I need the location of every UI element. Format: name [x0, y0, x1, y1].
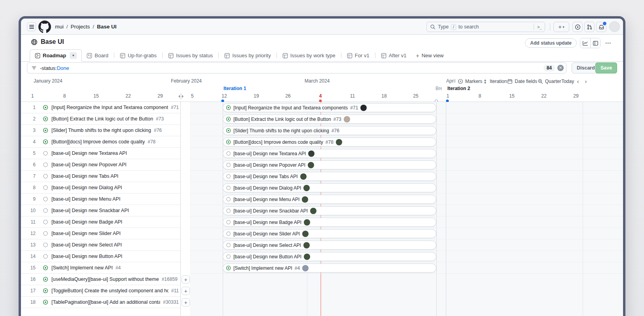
- scroll-to-item-button[interactable]: +: [182, 287, 190, 295]
- global-search-input[interactable]: Type / to search >_: [426, 22, 545, 32]
- timeline-bar[interactable]: [base-ui] Design new Select API: [223, 241, 436, 250]
- hamburger-menu-button[interactable]: [27, 22, 36, 31]
- table-row[interactable]: 15[Switch] Implement new API#4: [21, 262, 180, 274]
- control-markers[interactable]: Markers: [458, 79, 482, 84]
- table-row[interactable]: 18[TablePagination][base-ui] Add an addi…: [21, 297, 180, 308]
- scroll-to-item-button[interactable]: +: [182, 275, 190, 284]
- add-status-update-button[interactable]: Add status update: [525, 38, 577, 48]
- timeline-bar[interactable]: [base-ui] Design new Snackbar API: [223, 206, 436, 215]
- iteration-label: Break: [436, 86, 442, 91]
- tab-issues-by-status[interactable]: Issues by status: [163, 50, 218, 61]
- table-row[interactable]: 10[base-ui] Design new Snackbar API: [21, 205, 180, 216]
- table-row[interactable]: 14[base-ui] Design new Button API: [21, 251, 180, 262]
- timeline-bar[interactable]: [base-ui] Design new Tabs API: [223, 172, 436, 181]
- timeline-bar[interactable]: [base-ui] Design new Badge API: [223, 218, 436, 227]
- tab-up-for-grabs[interactable]: Up-for-grabs: [115, 50, 161, 61]
- tab-label: Issues by work type: [290, 53, 335, 58]
- draft-issue-icon: [43, 196, 48, 202]
- table-row[interactable]: 4[Button][docs] Improve demos code quali…: [21, 136, 180, 148]
- table-row[interactable]: 16[useMediaQuery][base-ui] Support witho…: [21, 274, 180, 285]
- search-placeholder: to search: [458, 24, 479, 30]
- project-menu-button[interactable]: ⋯: [604, 38, 612, 48]
- row-title: [base-ui] Design new Textarea API: [51, 150, 127, 156]
- issues-button[interactable]: [572, 22, 583, 32]
- table-row[interactable]: 8[base-ui] Design new Dialog API: [21, 182, 180, 194]
- timeline-bar[interactable]: [base-ui] Design new Button API: [223, 252, 436, 261]
- today-button[interactable]: Today: [561, 79, 574, 84]
- filter-input[interactable]: -status:Done 84 ✕: [27, 62, 566, 73]
- week-label: 22: [125, 93, 131, 99]
- user-avatar[interactable]: [609, 21, 620, 32]
- create-new-button[interactable]: +▾: [553, 22, 569, 32]
- breadcrumb-org[interactable]: mui: [55, 24, 64, 30]
- search-placeholder: Type: [438, 24, 449, 30]
- control-iteration[interactable]: Iteration: [483, 79, 507, 84]
- table-row[interactable]: 13[base-ui] Design new Select API: [21, 239, 180, 251]
- clear-filter-button[interactable]: ✕: [557, 65, 564, 71]
- table-row[interactable]: 3[Slider] Thumb shifts to the right upon…: [21, 125, 180, 136]
- github-logo-icon[interactable]: [38, 21, 51, 33]
- avatar: [302, 231, 309, 237]
- breadcrumb-separator: /: [66, 24, 68, 30]
- header-divider: [550, 23, 550, 30]
- timeline-bar[interactable]: [base-ui] Design new Menu API: [223, 195, 436, 204]
- timeline-bar[interactable]: [Switch] Implement new API#4: [223, 263, 436, 273]
- timeline-bar[interactable]: [base-ui] Design new Popover API: [223, 160, 436, 169]
- calendar-icon: [507, 79, 513, 84]
- scroll-to-item-button[interactable]: +: [182, 298, 190, 307]
- marker-icon: [458, 79, 463, 84]
- save-button[interactable]: Save: [595, 62, 617, 73]
- table-row[interactable]: 1[Input] Reorganize the Input and Textar…: [21, 102, 180, 113]
- table-row[interactable]: 9[base-ui] Design new Menu API: [21, 194, 180, 205]
- bar-title: [base-ui] Design new Textarea API: [233, 151, 306, 156]
- side-panel-button[interactable]: [590, 38, 600, 48]
- inbox-button[interactable]: [596, 22, 606, 32]
- breadcrumb-project[interactable]: Base UI: [97, 24, 117, 30]
- tab-issues-by-priority[interactable]: Issues by priority: [220, 50, 276, 61]
- insights-button[interactable]: [580, 38, 590, 48]
- timeline-bar[interactable]: [base-ui] Design new Dialog API: [223, 183, 436, 192]
- pull-requests-button[interactable]: [584, 22, 595, 32]
- table-row[interactable]: 17[ToggleButton] Create the unstyled com…: [21, 285, 180, 297]
- timeline-bar[interactable]: [base-ui] Design new Textarea API: [223, 149, 436, 158]
- timeline-bar[interactable]: [Slider] Thumb shifts to the right upon …: [223, 126, 436, 135]
- bar-title: [Input] Reorganize the Input and Textare…: [233, 105, 348, 111]
- breadcrumb-separator: /: [93, 24, 94, 30]
- week-label: 22: [541, 93, 546, 99]
- tab-issues-by-work-type[interactable]: Issues by work type: [278, 50, 340, 61]
- table-row[interactable]: 11[base-ui] Design new Badge API: [21, 216, 180, 228]
- zoom-in-icon: [538, 79, 543, 84]
- control-quarter[interactable]: Quarter: [538, 79, 561, 84]
- command-palette-icon[interactable]: >_: [537, 24, 542, 29]
- draft-issue-icon: [226, 185, 231, 190]
- tab-roadmap[interactable]: Roadmap▾: [30, 49, 82, 62]
- tab-label: Issues by status: [176, 53, 213, 58]
- week-label-today: 4: [319, 93, 322, 99]
- table-row[interactable]: 7[base-ui] Design new Tabs API: [21, 171, 180, 182]
- week-label: 1: [31, 93, 34, 99]
- chevron-down-icon[interactable]: ▾: [70, 52, 77, 59]
- roadmap-icon: [35, 53, 40, 58]
- breadcrumb-projects[interactable]: Projects: [71, 24, 90, 30]
- table-row[interactable]: 12[base-ui] Design new Slider API: [21, 228, 180, 239]
- table-row[interactable]: 6[base-ui] Design new Popover API: [21, 159, 180, 171]
- next-page-button[interactable]: ›: [582, 78, 589, 85]
- timeline-bar[interactable]: [Button][docs] Improve demos code qualit…: [223, 137, 436, 147]
- control-date-fields[interactable]: Date fields: [507, 79, 537, 84]
- timeline-row: [base-ui] Design new Snackbar API: [190, 205, 623, 216]
- prev-page-button[interactable]: ‹: [574, 78, 581, 85]
- tab-board[interactable]: Board: [82, 50, 113, 61]
- tab-for-v1[interactable]: For v1: [342, 50, 374, 61]
- timeline-bar[interactable]: [Button] Extract the Link logic out of t…: [223, 115, 436, 124]
- tab-label: After v1: [389, 53, 407, 58]
- timeline-bar[interactable]: [Input] Reorganize the Input and Textare…: [223, 103, 436, 112]
- table-row[interactable]: 2[Button] Extract the Link logic out of …: [21, 113, 180, 125]
- timeline-bar[interactable]: [base-ui] Design new Slider API: [223, 229, 436, 238]
- bar-title: [base-ui] Design new Snackbar API: [233, 208, 308, 214]
- table-row[interactable]: 5[base-ui] Design new Textarea API: [21, 148, 180, 159]
- tab-label: Board: [95, 53, 108, 58]
- issue-opened-icon: [43, 276, 48, 282]
- new-view-button[interactable]: +New view: [411, 50, 448, 61]
- column-resize-handle[interactable]: [177, 94, 185, 99]
- tab-after-v1[interactable]: After v1: [376, 50, 411, 61]
